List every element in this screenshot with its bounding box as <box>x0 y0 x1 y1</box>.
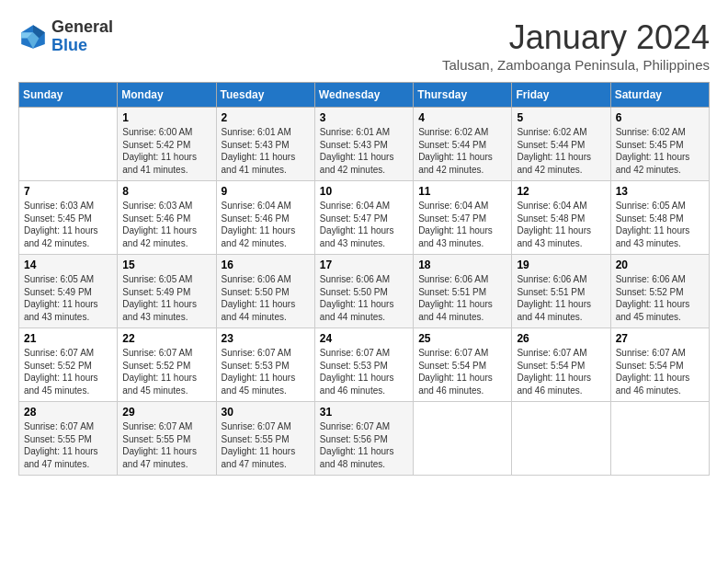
day-info: Sunrise: 6:06 AMSunset: 5:50 PMDaylight:… <box>320 273 408 323</box>
day-number: 14 <box>24 259 112 271</box>
calendar-cell: 26Sunrise: 6:07 AMSunset: 5:54 PMDayligh… <box>512 328 610 402</box>
day-number: 13 <box>616 185 704 198</box>
day-number: 3 <box>320 111 408 124</box>
calendar-cell: 3Sunrise: 6:01 AMSunset: 5:43 PMDaylight… <box>314 108 413 181</box>
weekday-header-monday: Monday <box>118 83 216 108</box>
month-title: January 2024 <box>442 18 710 57</box>
day-number: 25 <box>418 332 506 345</box>
day-info: Sunrise: 6:07 AMSunset: 5:52 PMDaylight:… <box>122 347 210 396</box>
day-info: Sunrise: 6:06 AMSunset: 5:52 PMDaylight:… <box>616 273 704 323</box>
calendar-cell: 20Sunrise: 6:06 AMSunset: 5:52 PMDayligh… <box>610 255 709 328</box>
calendar-cell: 30Sunrise: 6:07 AMSunset: 5:55 PMDayligh… <box>216 402 314 476</box>
day-info: Sunrise: 6:02 AMSunset: 5:44 PMDaylight:… <box>517 126 605 176</box>
day-number: 30 <box>222 406 310 419</box>
day-info: Sunrise: 6:04 AMSunset: 5:47 PMDaylight:… <box>320 200 408 249</box>
day-number: 31 <box>320 406 408 419</box>
day-info: Sunrise: 6:01 AMSunset: 5:43 PMDaylight:… <box>320 126 408 176</box>
calendar-cell: 21Sunrise: 6:07 AMSunset: 5:52 PMDayligh… <box>19 328 118 402</box>
day-number: 8 <box>122 185 210 198</box>
day-info: Sunrise: 6:07 AMSunset: 5:52 PMDaylight:… <box>24 347 112 396</box>
day-info: Sunrise: 6:03 AMSunset: 5:46 PMDaylight:… <box>122 200 210 249</box>
day-number: 29 <box>122 406 210 419</box>
day-info: Sunrise: 6:05 AMSunset: 5:49 PMDaylight:… <box>122 273 210 323</box>
calendar-cell: 15Sunrise: 6:05 AMSunset: 5:49 PMDayligh… <box>118 255 216 328</box>
day-info: Sunrise: 6:07 AMSunset: 5:54 PMDaylight:… <box>418 347 506 396</box>
weekday-header-saturday: Saturday <box>610 83 709 108</box>
day-info: Sunrise: 6:06 AMSunset: 5:51 PMDaylight:… <box>418 273 506 323</box>
calendar-cell: 24Sunrise: 6:07 AMSunset: 5:53 PMDayligh… <box>314 328 413 402</box>
calendar-week-row: 14Sunrise: 6:05 AMSunset: 5:49 PMDayligh… <box>19 255 710 328</box>
day-info: Sunrise: 6:07 AMSunset: 5:53 PMDaylight:… <box>222 347 310 396</box>
day-info: Sunrise: 6:07 AMSunset: 5:55 PMDaylight:… <box>24 420 112 470</box>
day-number: 12 <box>517 185 605 198</box>
day-number: 1 <box>122 111 210 124</box>
calendar-cell: 23Sunrise: 6:07 AMSunset: 5:53 PMDayligh… <box>216 328 314 402</box>
day-number: 26 <box>517 332 605 345</box>
calendar-cell: 19Sunrise: 6:06 AMSunset: 5:51 PMDayligh… <box>512 255 610 328</box>
calendar-cell: 17Sunrise: 6:06 AMSunset: 5:50 PMDayligh… <box>314 255 413 328</box>
calendar-cell: 22Sunrise: 6:07 AMSunset: 5:52 PMDayligh… <box>118 328 216 402</box>
calendar-cell: 10Sunrise: 6:04 AMSunset: 5:47 PMDayligh… <box>314 181 413 255</box>
day-number: 28 <box>24 406 112 419</box>
weekday-header-row: SundayMondayTuesdayWednesdayThursdayFrid… <box>19 83 710 108</box>
day-info: Sunrise: 6:02 AMSunset: 5:44 PMDaylight:… <box>418 126 506 176</box>
calendar-cell <box>414 402 512 476</box>
day-number: 24 <box>320 332 408 345</box>
day-number: 6 <box>616 111 704 124</box>
calendar-cell: 27Sunrise: 6:07 AMSunset: 5:54 PMDayligh… <box>610 328 709 402</box>
page-header: General Blue January 2024 Talusan, Zambo… <box>18 18 710 73</box>
day-number: 19 <box>517 259 605 271</box>
weekday-header-tuesday: Tuesday <box>216 83 314 108</box>
day-number: 16 <box>222 259 310 271</box>
day-number: 4 <box>418 111 506 124</box>
calendar-cell: 8Sunrise: 6:03 AMSunset: 5:46 PMDaylight… <box>118 181 216 255</box>
day-number: 9 <box>222 185 310 198</box>
calendar-week-row: 21Sunrise: 6:07 AMSunset: 5:52 PMDayligh… <box>19 328 710 402</box>
day-number: 18 <box>418 259 506 271</box>
calendar-week-row: 7Sunrise: 6:03 AMSunset: 5:45 PMDaylight… <box>19 181 710 255</box>
day-info: Sunrise: 6:01 AMSunset: 5:43 PMDaylight:… <box>222 126 310 176</box>
day-info: Sunrise: 6:04 AMSunset: 5:48 PMDaylight:… <box>517 200 605 249</box>
title-block: January 2024 Talusan, Zamboanga Peninsul… <box>442 18 710 73</box>
day-number: 23 <box>222 332 310 345</box>
calendar-cell: 14Sunrise: 6:05 AMSunset: 5:49 PMDayligh… <box>19 255 118 328</box>
calendar-cell: 31Sunrise: 6:07 AMSunset: 5:56 PMDayligh… <box>314 402 413 476</box>
day-info: Sunrise: 6:07 AMSunset: 5:54 PMDaylight:… <box>517 347 605 396</box>
day-number: 15 <box>122 259 210 271</box>
weekday-header-sunday: Sunday <box>19 83 118 108</box>
day-number: 21 <box>24 332 112 345</box>
day-info: Sunrise: 6:05 AMSunset: 5:48 PMDaylight:… <box>616 200 704 249</box>
day-info: Sunrise: 6:07 AMSunset: 5:56 PMDaylight:… <box>320 420 408 470</box>
calendar-cell: 25Sunrise: 6:07 AMSunset: 5:54 PMDayligh… <box>414 328 512 402</box>
day-info: Sunrise: 6:06 AMSunset: 5:50 PMDaylight:… <box>222 273 310 323</box>
day-info: Sunrise: 6:07 AMSunset: 5:53 PMDaylight:… <box>320 347 408 396</box>
logo: General Blue <box>18 18 113 55</box>
logo-icon <box>18 22 48 52</box>
calendar-table: SundayMondayTuesdayWednesdayThursdayFrid… <box>18 82 710 476</box>
calendar-cell: 28Sunrise: 6:07 AMSunset: 5:55 PMDayligh… <box>19 402 118 476</box>
calendar-cell: 11Sunrise: 6:04 AMSunset: 5:47 PMDayligh… <box>414 181 512 255</box>
day-number: 7 <box>24 185 112 198</box>
day-info: Sunrise: 6:02 AMSunset: 5:45 PMDaylight:… <box>616 126 704 176</box>
location-title: Talusan, Zamboanga Peninsula, Philippine… <box>442 57 710 73</box>
day-info: Sunrise: 6:07 AMSunset: 5:55 PMDaylight:… <box>122 420 210 470</box>
logo-general-text: General <box>51 17 113 36</box>
day-info: Sunrise: 6:04 AMSunset: 5:46 PMDaylight:… <box>222 200 310 249</box>
day-info: Sunrise: 6:04 AMSunset: 5:47 PMDaylight:… <box>418 200 506 249</box>
day-number: 27 <box>616 332 704 345</box>
day-info: Sunrise: 6:07 AMSunset: 5:55 PMDaylight:… <box>222 420 310 470</box>
calendar-cell: 1Sunrise: 6:00 AMSunset: 5:42 PMDaylight… <box>118 108 216 181</box>
day-number: 5 <box>517 111 605 124</box>
day-number: 17 <box>320 259 408 271</box>
calendar-cell <box>19 108 118 181</box>
day-number: 22 <box>122 332 210 345</box>
calendar-cell <box>610 402 709 476</box>
weekday-header-friday: Friday <box>512 83 610 108</box>
calendar-cell: 16Sunrise: 6:06 AMSunset: 5:50 PMDayligh… <box>216 255 314 328</box>
day-info: Sunrise: 6:06 AMSunset: 5:51 PMDaylight:… <box>517 273 605 323</box>
day-number: 10 <box>320 185 408 198</box>
calendar-cell: 4Sunrise: 6:02 AMSunset: 5:44 PMDaylight… <box>414 108 512 181</box>
day-number: 2 <box>222 111 310 124</box>
logo-blue-text: Blue <box>51 36 87 54</box>
calendar-cell: 2Sunrise: 6:01 AMSunset: 5:43 PMDaylight… <box>216 108 314 181</box>
